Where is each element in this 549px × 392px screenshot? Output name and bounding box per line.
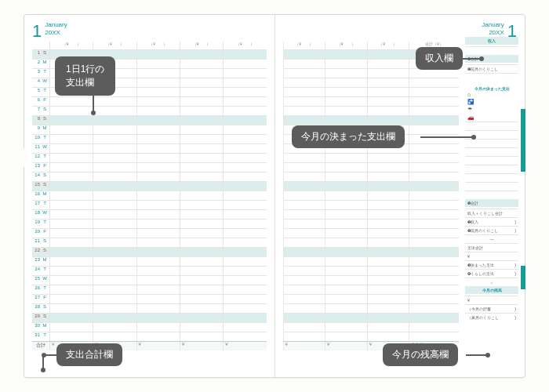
- day-row: 27F: [32, 294, 267, 303]
- month-number: 1: [32, 21, 42, 42]
- day-row: [283, 294, 460, 303]
- day-row: 22S: [32, 247, 267, 256]
- day-row: [283, 115, 460, 125]
- day-row: 24T: [32, 266, 267, 275]
- day-row: 18W: [32, 209, 267, 219]
- day-row: 29S: [32, 313, 267, 322]
- callout-balance: 今月の残高欄: [383, 343, 458, 366]
- right-sidebar: 収入 ❶合計 ❷前月のくりこし 今月の決まった支出 ⌂ 🚰 ☂ 🚗 ❸合計 収入…: [465, 37, 518, 321]
- day-row: 19T: [32, 219, 267, 228]
- day-row: [283, 106, 460, 115]
- day-row: [283, 87, 460, 96]
- day-row: 6F: [32, 96, 267, 106]
- lead-balance: [466, 354, 489, 356]
- left-header: 1 January 20XX: [32, 21, 267, 42]
- day-row: [283, 313, 460, 322]
- callout-daily: 1日1行の 支出欄: [55, 56, 115, 96]
- year: 20XX: [45, 29, 67, 37]
- umbrella-icon: ☂: [467, 107, 474, 113]
- balance-title: 今月の残高: [465, 286, 518, 294]
- day-row: 23M: [32, 256, 267, 266]
- house-icon: ⌂: [467, 92, 474, 97]
- callout-total: 支出合計欄: [56, 343, 122, 366]
- day-row: 14S: [32, 172, 267, 181]
- car-icon: 🚗: [467, 114, 474, 121]
- day-row: [283, 209, 460, 219]
- day-row: 13F: [32, 162, 267, 172]
- day-row: [283, 162, 460, 172]
- day-row: [283, 303, 460, 313]
- callout-income: 収入欄: [416, 47, 463, 70]
- day-row: [283, 172, 460, 181]
- day-row: 15S: [32, 181, 267, 191]
- day-row: [283, 219, 460, 228]
- day-row: [283, 191, 460, 200]
- day-row: [283, 256, 460, 266]
- sec3: ❸合計: [465, 199, 518, 207]
- day-row: [283, 200, 460, 209]
- day-row: [283, 247, 460, 256]
- right-page: January 20XX 1 （¥ ） （¥ ） （¥ ） 合計（¥） ¥ ¥ …: [275, 15, 525, 377]
- day-row: 16M: [32, 191, 267, 200]
- day-row: 7S: [32, 106, 267, 115]
- day-row: 20F: [32, 228, 267, 238]
- day-row: [283, 68, 460, 78]
- day-row: [283, 228, 460, 238]
- right-rows: [283, 49, 460, 341]
- day-row: [283, 238, 460, 247]
- day-row: 8S: [32, 115, 267, 125]
- lead-income: [460, 58, 483, 60]
- day-row: [283, 332, 460, 341]
- day-row: [283, 78, 460, 87]
- lead-daily: [93, 96, 94, 114]
- year: 20XX: [482, 29, 504, 37]
- left-col-head: （¥ ） （¥ ） （¥ ） （¥ ） （¥ ）: [32, 42, 267, 49]
- accent-tab: [521, 266, 525, 289]
- day-row: [283, 266, 460, 275]
- day-row: [283, 96, 460, 106]
- day-row: [283, 322, 460, 332]
- day-row: 17T: [32, 200, 267, 209]
- day-row: 9M: [32, 125, 267, 134]
- day-row: [283, 285, 460, 294]
- day-row: [283, 153, 460, 162]
- sec2: ❷前月のくりこし: [465, 64, 518, 73]
- day-row: 21S: [32, 238, 267, 247]
- sum-line: 収入＋くりこし合計: [465, 209, 518, 217]
- day-row: [283, 275, 460, 285]
- day-row: 10T: [32, 134, 267, 143]
- day-row: 25W: [32, 275, 267, 285]
- day-row: 11W: [32, 143, 267, 153]
- day-row: [283, 181, 460, 191]
- water-icon: 🚰: [467, 99, 474, 105]
- income-title: 収入: [465, 37, 518, 45]
- callout-fixed: 今月の決まった支出欄: [292, 125, 405, 148]
- month-en: January: [482, 21, 504, 29]
- day-row: 30M: [32, 322, 267, 332]
- day-row: 12T: [32, 153, 267, 162]
- day-row: 28S: [32, 303, 267, 313]
- day-row: 31T: [32, 332, 267, 341]
- lead-total: [42, 354, 56, 356]
- day-row: 26T: [32, 285, 267, 294]
- month-en: January: [45, 21, 67, 29]
- lead-fixed: [420, 136, 475, 138]
- accent-tab: [521, 109, 525, 172]
